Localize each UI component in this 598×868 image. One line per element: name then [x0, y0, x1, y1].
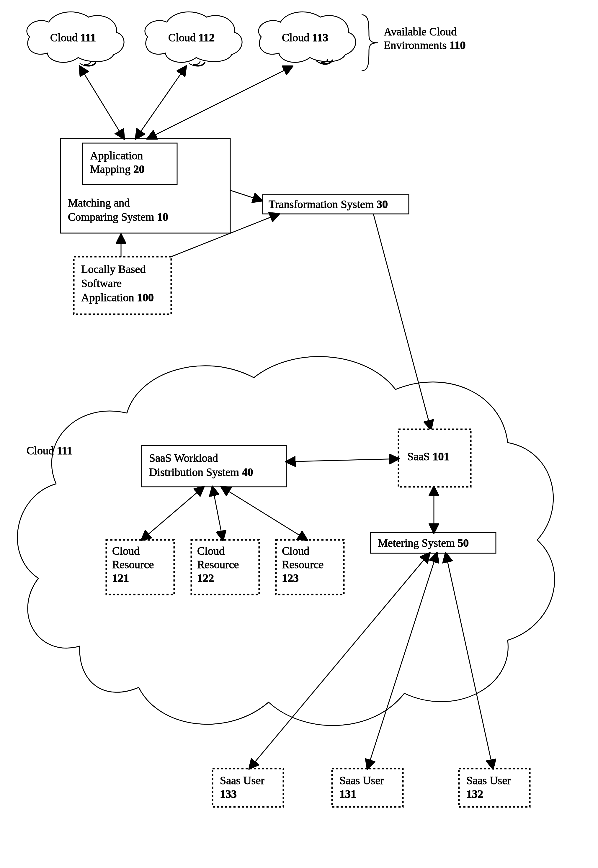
cloud-resource-122: Cloud Resource 122	[191, 540, 259, 595]
arrow-matching-transformation	[230, 190, 262, 201]
res121-l2: Resource	[112, 558, 154, 571]
locally-label-1: Locally Based	[81, 263, 145, 275]
res123-num: 123	[282, 572, 299, 584]
res123-l2: Resource	[282, 558, 323, 571]
matching-label-1: Matching and	[68, 197, 130, 209]
locally-label-2: Software	[81, 277, 122, 289]
saas-user-131: Saas User 131	[332, 768, 403, 807]
cloud-resource-121: Cloud Resource 121	[106, 540, 174, 595]
user133-l1: Saas User	[220, 774, 265, 787]
application-mapping: Application Mapping 20	[83, 143, 177, 184]
saas101-label: SaaS 101	[407, 450, 450, 462]
saas-user-133: Saas User 133	[212, 768, 283, 807]
res121-num: 121	[112, 572, 129, 584]
locally-label-3: Application 100	[81, 291, 154, 304]
user133-num: 133	[220, 788, 237, 800]
user131-num: 131	[339, 788, 356, 800]
arrow-metering-user132	[446, 553, 493, 768]
res121-l1: Cloud	[112, 544, 140, 557]
cloud-112-label: Cloud 112	[168, 31, 215, 44]
user131-l1: Saas User	[339, 774, 384, 787]
saas-workload-distribution-system: SaaS Workload Distribution System 40	[142, 446, 286, 487]
arrow-matching-cloud111	[80, 66, 124, 139]
appmapping-label-1: Application	[90, 149, 143, 162]
cloud-resource-123: Cloud Resource 123	[276, 540, 344, 595]
locally-based-software-application: Locally Based Software Application 100	[74, 257, 171, 314]
arrow-workload-res122	[212, 487, 223, 540]
available-envs-label: Available Cloud Environments 110	[384, 25, 466, 51]
arrow-workload-saas101	[286, 459, 398, 462]
user132-l1: Saas User	[466, 774, 511, 787]
arrow-workload-res123	[221, 487, 307, 540]
appmapping-label-2: Mapping 20	[90, 163, 145, 175]
matching-label-2: Comparing System 10	[68, 211, 168, 223]
arrow-workload-res121	[142, 487, 204, 540]
res123-l1: Cloud	[282, 544, 309, 557]
arrow-matching-cloud112	[136, 66, 186, 139]
saas-user-132: Saas User 132	[459, 768, 530, 807]
cloud-113-label: Cloud 113	[282, 31, 328, 44]
user132-num: 132	[466, 788, 483, 800]
big-cloud-label: Cloud 111	[27, 444, 72, 457]
workload-label-1: SaaS Workload	[149, 452, 218, 464]
cloud-111-label: Cloud 111	[50, 31, 96, 44]
res122-num: 122	[197, 572, 214, 584]
saas-101: SaaS 101	[398, 429, 471, 487]
arrow-transformation-saas101	[374, 214, 431, 429]
res122-l2: Resource	[197, 558, 239, 571]
res122-l1: Cloud	[197, 544, 224, 557]
metering-system: Metering System 50	[371, 532, 496, 553]
arrow-matching-cloud113	[148, 66, 292, 139]
transformation-label: Transformation System 30	[269, 198, 388, 210]
brace-icon	[362, 15, 378, 71]
metering-label: Metering System 50	[378, 537, 469, 549]
transformation-system: Transformation System 30	[263, 195, 409, 214]
workload-label-2: Distribution System 40	[149, 466, 253, 478]
